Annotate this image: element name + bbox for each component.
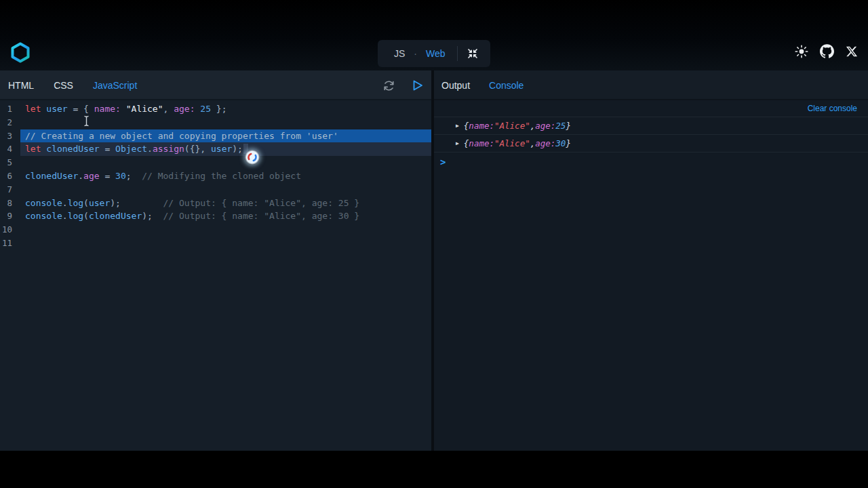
code-token: age: <box>535 138 555 148</box>
tab-output[interactable]: Output <box>441 80 470 91</box>
code-line-content <box>20 156 431 169</box>
code-token: } <box>566 121 571 131</box>
code-token: console <box>25 198 62 208</box>
tab-javascript[interactable]: JavaScript <box>93 80 137 91</box>
editor-line[interactable]: 7 <box>0 183 431 197</box>
line-number: 6 <box>0 169 20 183</box>
code-token: log <box>68 198 83 208</box>
line-number: 2 <box>0 116 20 129</box>
code-token: ( <box>83 211 89 221</box>
console-prompt-chevron: > <box>440 157 446 167</box>
code-token: name: <box>94 104 121 114</box>
code-token: age: <box>535 121 555 131</box>
code-token: = <box>100 171 115 181</box>
console-log-row: ▶{name: "Alice", age: 25} <box>434 117 868 135</box>
line-number: 8 <box>0 197 20 210</box>
editor-line[interactable]: 9console.log(clonedUser); // Output: { n… <box>0 209 431 223</box>
console-pane: OutputConsole Clear console ▶{name: "Ali… <box>434 70 868 451</box>
tab-html[interactable]: HTML <box>8 80 34 91</box>
console-input-row[interactable]: > <box>434 152 868 171</box>
tab-console[interactable]: Console <box>489 80 524 91</box>
code-token: clonedUser <box>89 211 142 221</box>
code-token: ; <box>126 171 142 181</box>
mode-separator-dot: · <box>414 48 417 59</box>
code-token: ); <box>110 198 163 208</box>
code-token: ); <box>232 144 243 154</box>
editor-tab-bar: HTMLCSSJavaScript <box>0 70 431 100</box>
code-token: clonedUser <box>46 144 99 154</box>
code-token: name: <box>469 138 494 148</box>
code-token: // Output: { name: "Alice", age: 30 } <box>163 211 360 221</box>
theme-sun-icon[interactable] <box>795 45 808 58</box>
editor-line[interactable]: 11 <box>0 237 431 250</box>
code-token: }; <box>211 104 226 114</box>
code-token: = { <box>68 104 94 114</box>
code-token: "Alice" <box>126 104 163 114</box>
editor-line[interactable]: 4let clonedUser = Object.assign({}, user… <box>0 142 431 156</box>
tab-css[interactable]: CSS <box>54 80 73 91</box>
code-token: let <box>25 144 41 154</box>
code-token: 30 <box>555 138 566 148</box>
code-token: name: <box>469 121 494 131</box>
mode-js-option[interactable]: JS <box>394 48 405 59</box>
code-line-content <box>20 116 431 129</box>
code-token: user <box>89 198 110 208</box>
line-number: 7 <box>0 183 20 197</box>
code-token: // Modifying the cloned object <box>142 171 301 181</box>
code-token: . <box>78 171 83 181</box>
hexagon-logo-icon[interactable] <box>11 42 30 63</box>
code-token: { <box>464 121 469 131</box>
x-logo-icon[interactable] <box>846 45 858 58</box>
code-token: // Creating a new object and copying pro… <box>25 131 338 141</box>
line-number: 3 <box>0 129 20 143</box>
code-token: ); <box>142 211 163 221</box>
code-token: console <box>25 211 62 221</box>
console-toolbar: Clear console <box>434 100 868 117</box>
run-play-icon[interactable] <box>412 79 424 92</box>
mode-web-option[interactable]: Web <box>426 48 446 59</box>
code-editor[interactable]: 1let user = { name: "Alice", age: 25 };2… <box>0 100 431 451</box>
line-number: 1 <box>0 102 20 116</box>
code-token: "Alice" <box>494 121 530 131</box>
busy-spinner-cursor <box>245 150 260 165</box>
code-line-content: console.log(user); // Output: { name: "A… <box>20 197 431 210</box>
editor-line[interactable]: 10 <box>0 223 431 237</box>
code-token: user <box>211 144 232 154</box>
expand-triangle-icon[interactable]: ▶ <box>456 123 459 129</box>
code-token: age <box>83 171 99 181</box>
code-line-content: // Creating a new object and copying pro… <box>20 129 431 143</box>
code-token: let <box>25 104 41 114</box>
fullscreen-collapse-icon[interactable] <box>467 47 479 60</box>
line-number: 5 <box>0 156 20 169</box>
editor-line[interactable]: 2 <box>0 116 431 129</box>
code-token: { <box>464 138 469 148</box>
line-number: 11 <box>0 237 20 250</box>
console-log-list: ▶{name: "Alice", age: 25}▶{name: "Alice"… <box>434 117 868 152</box>
reset-refresh-icon[interactable] <box>382 79 395 92</box>
playground-app: JS · Web <box>0 0 868 451</box>
code-line-content: clonedUser.age = 30; // Modifying the cl… <box>20 169 431 183</box>
code-line-content: console.log(clonedUser); // Output: { na… <box>20 209 431 223</box>
expand-triangle-icon[interactable]: ▶ <box>456 140 459 146</box>
editor-line[interactable]: 8console.log(user); // Output: { name: "… <box>0 197 431 210</box>
clear-console-button[interactable]: Clear console <box>808 104 857 113</box>
editor-pane: HTMLCSSJavaScript 1let user = { n <box>0 70 431 451</box>
editor-line[interactable]: 5 <box>0 156 431 169</box>
line-number: 9 <box>0 209 20 223</box>
editor-line[interactable]: 1let user = { name: "Alice", age: 25 }; <box>0 102 431 116</box>
code-token: // Output: { name: "Alice", age: 25 } <box>163 198 360 208</box>
code-token: ( <box>83 198 89 208</box>
code-token: , <box>530 138 536 148</box>
top-bar: JS · Web <box>0 0 868 70</box>
editor-line[interactable]: 6clonedUser.age = 30; // Modifying the c… <box>0 169 431 183</box>
editor-line[interactable]: 3// Creating a new object and copying pr… <box>0 129 431 143</box>
code-token: 30 <box>115 171 126 181</box>
code-token: . <box>62 198 68 208</box>
code-token: ({}, <box>184 144 211 154</box>
github-icon[interactable] <box>820 44 834 58</box>
console-log-row: ▶{name: "Alice", age: 30} <box>434 135 868 152</box>
code-token: . <box>147 144 153 154</box>
code-token <box>121 104 126 114</box>
code-token: user <box>46 104 67 114</box>
code-token: = <box>100 144 115 154</box>
